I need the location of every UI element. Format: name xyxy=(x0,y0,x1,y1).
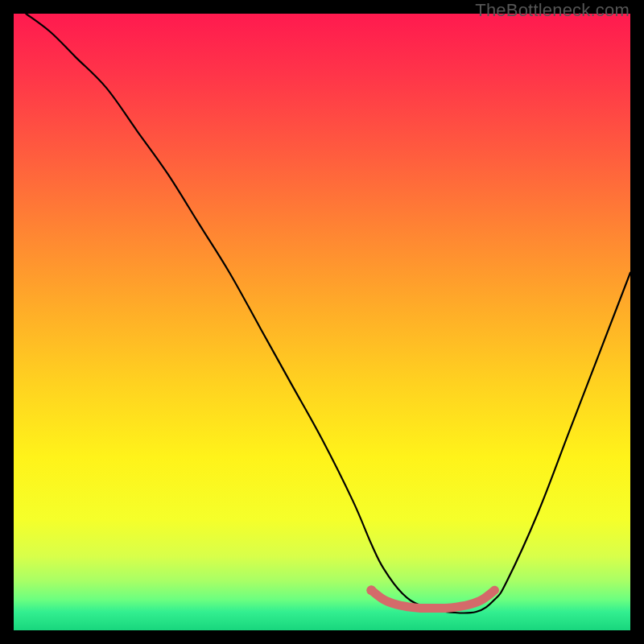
watermark-text: TheBottleneck.com xyxy=(475,0,630,21)
optimal-band-start-dot xyxy=(366,585,376,595)
bottleneck-curve xyxy=(26,14,630,613)
curve-layer xyxy=(14,14,630,630)
chart-frame: TheBottleneck.com xyxy=(0,0,644,644)
plot-area xyxy=(14,14,630,630)
optimal-band xyxy=(371,590,494,608)
